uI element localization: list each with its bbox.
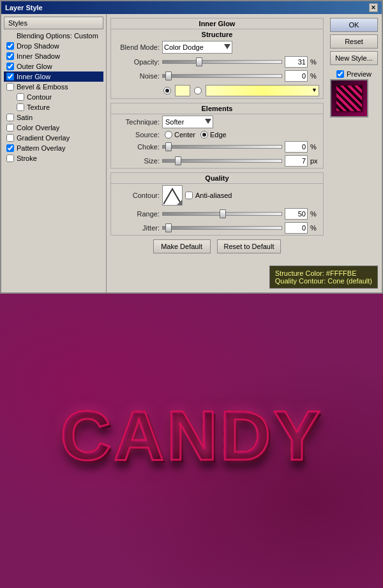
gradient-arrow-icon[interactable]: ▼ bbox=[312, 87, 317, 93]
left-panel: Styles Blending Options: Custom Drop Sha… bbox=[1, 14, 107, 292]
size-slider[interactable] bbox=[162, 159, 282, 163]
stroke-checkbox[interactable] bbox=[6, 155, 14, 162]
gradient-overlay-checkbox[interactable] bbox=[6, 134, 14, 142]
layer-item-pattern-overlay[interactable]: Pattern Overlay bbox=[4, 143, 103, 153]
size-value[interactable]: 7 bbox=[285, 155, 308, 167]
contour-row: Contour: Anti-aliased bbox=[111, 184, 323, 207]
inner-glow-label: Inner Glow bbox=[17, 73, 50, 80]
size-thumb[interactable] bbox=[175, 156, 181, 165]
elements-section: Elements Technique: Softer Precise Sourc… bbox=[110, 103, 324, 169]
source-row: Source: Center Edge bbox=[111, 130, 323, 140]
contour-label: Contour bbox=[27, 93, 52, 101]
choke-slider[interactable] bbox=[162, 145, 282, 149]
opacity-unit: % bbox=[310, 58, 319, 66]
new-style-button[interactable]: New Style... bbox=[330, 51, 378, 65]
anti-alias-checkbox[interactable] bbox=[185, 192, 193, 199]
styles-header[interactable]: Styles bbox=[4, 17, 103, 29]
dialog-body: Styles Blending Options: Custom Drop Sha… bbox=[1, 14, 382, 292]
contour-label: Contour: bbox=[115, 192, 160, 199]
noise-row: Noise: 0 % bbox=[111, 69, 323, 83]
make-default-button[interactable]: Make Default bbox=[153, 239, 211, 253]
layer-item-stroke[interactable]: Stroke bbox=[4, 153, 103, 163]
color-swatch[interactable] bbox=[175, 85, 190, 96]
texture-label: Texture bbox=[27, 103, 50, 111]
source-edge-label[interactable]: Edge bbox=[200, 131, 227, 139]
inner-glow-checkbox[interactable] bbox=[6, 73, 14, 80]
quality-section: Quality Contour: Anti-aliased bbox=[110, 172, 324, 236]
blend-mode-label: Blend Mode: bbox=[115, 43, 160, 51]
technique-select[interactable]: Softer Precise bbox=[162, 116, 213, 128]
source-label: Source: bbox=[115, 131, 160, 139]
technique-row: Technique: Softer Precise bbox=[111, 114, 323, 130]
choke-row: Choke: 0 % bbox=[111, 140, 323, 154]
opacity-value[interactable]: 31 bbox=[285, 56, 308, 68]
color-overlay-label: Color Overlay bbox=[17, 124, 59, 132]
blend-mode-select[interactable]: Color Dodge Normal Screen Overlay bbox=[162, 41, 232, 54]
noise-value[interactable]: 0 bbox=[285, 70, 308, 82]
preview-label-row: Preview bbox=[330, 70, 378, 78]
layer-item-gradient-overlay[interactable]: Gradient Overlay bbox=[4, 133, 103, 143]
source-center-label[interactable]: Center bbox=[165, 131, 195, 139]
quality-title: Quality bbox=[111, 173, 323, 184]
reset-button[interactable]: Reset bbox=[330, 34, 378, 49]
ok-button[interactable]: OK bbox=[330, 18, 378, 32]
gradient-overlay-label: Gradient Overlay bbox=[17, 134, 70, 142]
layer-item-texture[interactable]: Texture bbox=[4, 102, 103, 112]
size-row: Size: 7 px bbox=[111, 154, 323, 168]
right-panel: OK Reset New Style... Preview Inne bbox=[107, 14, 382, 292]
opacity-row: Opacity: 31 % bbox=[111, 55, 323, 69]
outer-glow-checkbox[interactable] bbox=[6, 63, 14, 70]
layer-item-drop-shadow[interactable]: Drop Shadow bbox=[4, 41, 103, 51]
contour-dropdown-arrow[interactable] bbox=[177, 200, 182, 205]
gradient-radio[interactable] bbox=[194, 87, 202, 94]
reset-to-default-button[interactable]: Reset to Default bbox=[217, 239, 282, 253]
pattern-overlay-checkbox[interactable] bbox=[6, 144, 14, 152]
noise-thumb[interactable] bbox=[165, 72, 172, 80]
texture-checkbox[interactable] bbox=[17, 103, 24, 111]
choke-thumb[interactable] bbox=[165, 142, 172, 151]
opacity-label: Opacity: bbox=[115, 58, 160, 66]
edge-text: Edge bbox=[210, 131, 227, 139]
range-label: Range: bbox=[115, 210, 160, 218]
jitter-value[interactable]: 0 bbox=[285, 222, 308, 234]
close-button[interactable]: ✕ bbox=[369, 3, 378, 12]
inner-glow-title: Inner Glow bbox=[111, 19, 323, 29]
drop-shadow-checkbox[interactable] bbox=[6, 42, 14, 50]
jitter-slider[interactable] bbox=[162, 226, 282, 230]
color-overlay-checkbox[interactable] bbox=[6, 124, 14, 132]
solid-radio[interactable] bbox=[163, 87, 171, 94]
layer-item-color-overlay[interactable]: Color Overlay bbox=[4, 123, 103, 133]
edge-radio[interactable] bbox=[200, 131, 208, 139]
canvas-area: CANDY bbox=[0, 294, 383, 588]
anti-alias-label: Anti-aliased bbox=[195, 192, 232, 199]
center-radio[interactable] bbox=[165, 131, 172, 139]
range-thumb[interactable] bbox=[220, 209, 226, 218]
bevel-checkbox[interactable] bbox=[6, 83, 14, 91]
layer-item-bevel[interactable]: Bevel & Emboss bbox=[4, 82, 103, 92]
preview-thumb-inner bbox=[335, 84, 363, 112]
range-slider[interactable] bbox=[162, 212, 282, 216]
contour-thumbnail[interactable] bbox=[162, 185, 183, 206]
opacity-slider[interactable] bbox=[162, 60, 282, 64]
opacity-thumb[interactable] bbox=[196, 57, 202, 66]
layer-item-blending[interactable]: Blending Options: Custom bbox=[4, 31, 103, 41]
inner-shadow-checkbox[interactable] bbox=[6, 52, 14, 60]
choke-unit: % bbox=[310, 143, 319, 151]
technique-label: Technique: bbox=[115, 118, 160, 126]
satin-label: Satin bbox=[17, 114, 33, 121]
layer-item-outer-glow[interactable]: Outer Glow bbox=[4, 61, 103, 72]
preview-checkbox[interactable] bbox=[336, 70, 344, 78]
range-value[interactable]: 50 bbox=[285, 208, 308, 220]
choke-value[interactable]: 0 bbox=[285, 141, 308, 153]
satin-checkbox[interactable] bbox=[6, 114, 14, 121]
jitter-unit: % bbox=[310, 224, 319, 232]
noise-slider[interactable] bbox=[162, 74, 282, 78]
layer-item-inner-shadow[interactable]: Inner Shadow bbox=[4, 51, 103, 61]
gradient-bar[interactable]: ▼ bbox=[206, 85, 319, 96]
anti-alias-row: Anti-aliased bbox=[185, 192, 232, 199]
layer-item-satin[interactable]: Satin bbox=[4, 112, 103, 123]
jitter-thumb[interactable] bbox=[165, 223, 172, 232]
contour-checkbox[interactable] bbox=[17, 93, 24, 101]
layer-item-contour[interactable]: Contour bbox=[4, 92, 103, 102]
layer-item-inner-glow[interactable]: Inner Glow bbox=[4, 72, 103, 82]
